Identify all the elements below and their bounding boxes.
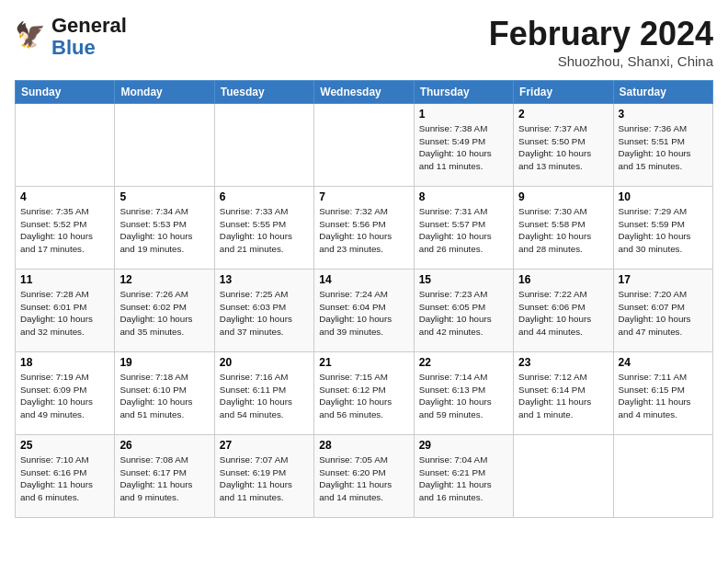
day-number: 29 (419, 439, 508, 452)
page-header: 🦅 General Blue February 2024 Shuozhou, S… (15, 15, 713, 69)
day-info: Sunrise: 7:30 AM Sunset: 5:58 PM Dayligh… (518, 205, 608, 256)
weekday-header: Wednesday (314, 81, 414, 104)
day-number: 15 (419, 273, 508, 286)
day-number: 13 (220, 273, 309, 286)
day-info: Sunrise: 7:33 AM Sunset: 5:55 PM Dayligh… (220, 205, 309, 256)
calendar-week-row: 4Sunrise: 7:35 AM Sunset: 5:52 PM Daylig… (16, 187, 713, 270)
month-title: February 2024 (489, 15, 713, 53)
calendar-cell: 7Sunrise: 7:32 AM Sunset: 5:56 PM Daylig… (314, 187, 414, 270)
day-info: Sunrise: 7:34 AM Sunset: 5:53 PM Dayligh… (119, 205, 209, 256)
calendar-week-row: 18Sunrise: 7:19 AM Sunset: 6:09 PM Dayli… (16, 352, 713, 435)
day-number: 23 (518, 356, 608, 369)
day-info: Sunrise: 7:12 AM Sunset: 6:14 PM Dayligh… (518, 371, 608, 421)
day-number: 7 (319, 190, 408, 203)
day-number: 20 (220, 356, 309, 369)
weekday-header: Saturday (613, 81, 712, 104)
calendar-cell: 27Sunrise: 7:07 AM Sunset: 6:19 PM Dayli… (214, 435, 313, 518)
day-number: 22 (419, 356, 508, 369)
calendar-header: SundayMondayTuesdayWednesdayThursdayFrid… (16, 81, 713, 104)
day-info: Sunrise: 7:07 AM Sunset: 6:19 PM Dayligh… (220, 454, 309, 504)
day-info: Sunrise: 7:28 AM Sunset: 6:01 PM Dayligh… (20, 288, 109, 339)
day-info: Sunrise: 7:05 AM Sunset: 6:20 PM Dayligh… (319, 454, 408, 504)
day-number: 25 (20, 439, 109, 452)
calendar-cell: 13Sunrise: 7:25 AM Sunset: 6:03 PM Dayli… (214, 270, 313, 352)
day-number: 2 (518, 108, 608, 121)
day-info: Sunrise: 7:15 AM Sunset: 6:12 PM Dayligh… (319, 371, 408, 421)
day-number: 11 (20, 273, 109, 286)
day-number: 28 (319, 439, 408, 452)
calendar-cell (514, 435, 613, 518)
calendar-cell: 15Sunrise: 7:23 AM Sunset: 6:05 PM Dayli… (414, 270, 513, 352)
calendar-cell: 5Sunrise: 7:34 AM Sunset: 5:53 PM Daylig… (115, 187, 214, 270)
day-info: Sunrise: 7:35 AM Sunset: 5:52 PM Dayligh… (20, 205, 109, 256)
day-info: Sunrise: 7:16 AM Sunset: 6:11 PM Dayligh… (220, 371, 309, 421)
logo: 🦅 General Blue (15, 15, 127, 59)
day-number: 14 (319, 273, 408, 286)
calendar-week-row: 1Sunrise: 7:38 AM Sunset: 5:49 PM Daylig… (16, 104, 713, 187)
day-info: Sunrise: 7:14 AM Sunset: 6:13 PM Dayligh… (419, 371, 508, 421)
logo-icon: 🦅 (15, 20, 48, 53)
calendar-week-row: 11Sunrise: 7:28 AM Sunset: 6:01 PM Dayli… (16, 270, 713, 352)
calendar-cell: 29Sunrise: 7:04 AM Sunset: 6:21 PM Dayli… (414, 435, 513, 518)
day-number: 12 (119, 273, 209, 286)
calendar-cell (115, 104, 214, 187)
calendar-cell: 16Sunrise: 7:22 AM Sunset: 6:06 PM Dayli… (514, 270, 613, 352)
day-info: Sunrise: 7:31 AM Sunset: 5:57 PM Dayligh… (419, 205, 508, 256)
day-number: 16 (518, 273, 608, 286)
day-info: Sunrise: 7:38 AM Sunset: 5:49 PM Dayligh… (419, 122, 508, 173)
day-number: 27 (220, 439, 309, 452)
calendar-cell: 28Sunrise: 7:05 AM Sunset: 6:20 PM Dayli… (314, 435, 414, 518)
calendar-cell (314, 104, 414, 187)
calendar-table: SundayMondayTuesdayWednesdayThursdayFrid… (15, 80, 713, 518)
weekday-header: Tuesday (214, 81, 313, 104)
day-number: 4 (20, 190, 109, 203)
day-info: Sunrise: 7:32 AM Sunset: 5:56 PM Dayligh… (319, 205, 408, 256)
day-info: Sunrise: 7:37 AM Sunset: 5:50 PM Dayligh… (518, 122, 608, 173)
day-number: 21 (319, 356, 408, 369)
calendar-cell: 2Sunrise: 7:37 AM Sunset: 5:50 PM Daylig… (514, 104, 613, 187)
weekday-header: Sunday (16, 81, 115, 104)
calendar-cell: 8Sunrise: 7:31 AM Sunset: 5:57 PM Daylig… (414, 187, 513, 270)
location-subtitle: Shuozhou, Shanxi, China (489, 53, 713, 69)
weekday-header: Thursday (414, 81, 513, 104)
day-info: Sunrise: 7:19 AM Sunset: 6:09 PM Dayligh… (20, 371, 109, 421)
calendar-cell: 1Sunrise: 7:38 AM Sunset: 5:49 PM Daylig… (414, 104, 513, 187)
day-info: Sunrise: 7:24 AM Sunset: 6:04 PM Dayligh… (319, 288, 408, 339)
day-number: 3 (619, 108, 708, 121)
calendar-cell: 14Sunrise: 7:24 AM Sunset: 6:04 PM Dayli… (314, 270, 414, 352)
day-info: Sunrise: 7:04 AM Sunset: 6:21 PM Dayligh… (419, 454, 508, 504)
calendar-cell: 12Sunrise: 7:26 AM Sunset: 6:02 PM Dayli… (115, 270, 214, 352)
day-info: Sunrise: 7:25 AM Sunset: 6:03 PM Dayligh… (220, 288, 309, 339)
calendar-cell: 20Sunrise: 7:16 AM Sunset: 6:11 PM Dayli… (214, 352, 313, 435)
day-info: Sunrise: 7:29 AM Sunset: 5:59 PM Dayligh… (619, 205, 708, 256)
day-info: Sunrise: 7:20 AM Sunset: 6:07 PM Dayligh… (619, 288, 708, 339)
day-number: 9 (518, 190, 608, 203)
calendar-cell: 19Sunrise: 7:18 AM Sunset: 6:10 PM Dayli… (115, 352, 214, 435)
calendar-cell: 3Sunrise: 7:36 AM Sunset: 5:51 PM Daylig… (613, 104, 712, 187)
calendar-cell (214, 104, 313, 187)
day-number: 5 (119, 190, 209, 203)
day-info: Sunrise: 7:26 AM Sunset: 6:02 PM Dayligh… (119, 288, 209, 339)
calendar-cell: 18Sunrise: 7:19 AM Sunset: 6:09 PM Dayli… (16, 352, 115, 435)
calendar-cell: 17Sunrise: 7:20 AM Sunset: 6:07 PM Dayli… (613, 270, 712, 352)
calendar-cell: 22Sunrise: 7:14 AM Sunset: 6:13 PM Dayli… (414, 352, 513, 435)
calendar-cell: 10Sunrise: 7:29 AM Sunset: 5:59 PM Dayli… (613, 187, 712, 270)
day-info: Sunrise: 7:11 AM Sunset: 6:15 PM Dayligh… (619, 371, 708, 421)
logo-text: General Blue (51, 15, 127, 59)
day-info: Sunrise: 7:22 AM Sunset: 6:06 PM Dayligh… (518, 288, 608, 339)
calendar-body: 1Sunrise: 7:38 AM Sunset: 5:49 PM Daylig… (16, 104, 713, 518)
day-info: Sunrise: 7:08 AM Sunset: 6:17 PM Dayligh… (119, 454, 209, 504)
calendar-cell: 25Sunrise: 7:10 AM Sunset: 6:16 PM Dayli… (16, 435, 115, 518)
day-info: Sunrise: 7:23 AM Sunset: 6:05 PM Dayligh… (419, 288, 508, 339)
day-number: 19 (119, 356, 209, 369)
calendar-cell: 6Sunrise: 7:33 AM Sunset: 5:55 PM Daylig… (214, 187, 313, 270)
calendar-cell: 4Sunrise: 7:35 AM Sunset: 5:52 PM Daylig… (16, 187, 115, 270)
day-number: 24 (619, 356, 708, 369)
day-number: 10 (619, 190, 708, 203)
calendar-cell: 21Sunrise: 7:15 AM Sunset: 6:12 PM Dayli… (314, 352, 414, 435)
day-number: 6 (220, 190, 309, 203)
calendar-cell: 9Sunrise: 7:30 AM Sunset: 5:58 PM Daylig… (514, 187, 613, 270)
day-number: 1 (419, 108, 508, 121)
title-block: February 2024 Shuozhou, Shanxi, China (489, 15, 713, 69)
day-number: 17 (619, 273, 708, 286)
